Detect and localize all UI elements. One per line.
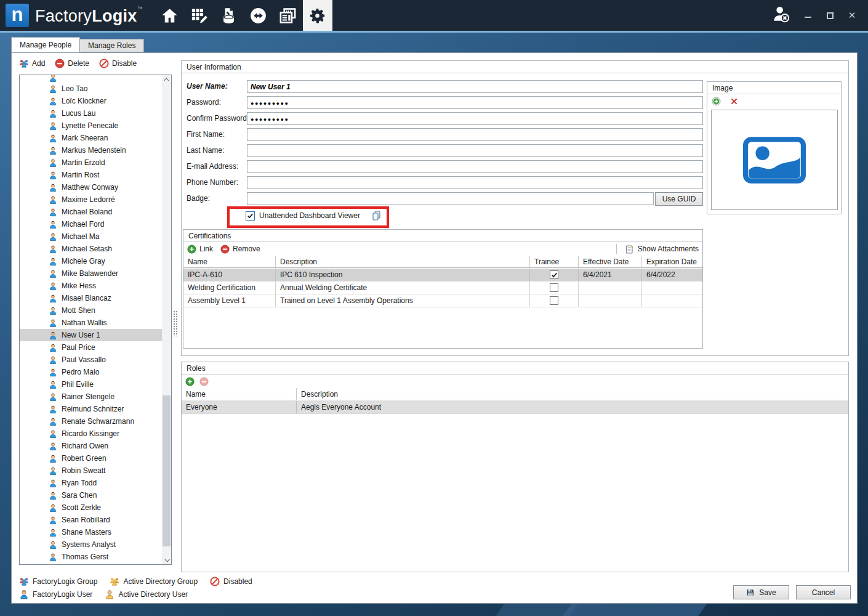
confirm-password-field[interactable]: ●●●●●●●●● (247, 112, 703, 125)
col-trainee[interactable]: Trainee (530, 256, 579, 267)
table-row[interactable]: IPC-A-610IPC 610 Inspection6/4/20216/4/2… (183, 269, 702, 282)
list-item[interactable]: Paul Price (20, 341, 163, 354)
col-name[interactable]: Name (183, 256, 276, 267)
scroll-up-arrow[interactable] (162, 75, 171, 84)
add-image-icon[interactable] (712, 97, 721, 106)
people-list: Leo TaoLoïc KlocknerLucus LauLynette Pen… (20, 75, 163, 565)
legend-active-directory-group: Active Directory Group (110, 577, 198, 586)
trainee-checkbox[interactable] (550, 296, 558, 305)
list-item[interactable]: Sara Chen (20, 489, 163, 501)
tab-manage-roles[interactable]: Manage Roles (80, 39, 144, 52)
last-name-field[interactable] (247, 144, 703, 157)
scroll-down-arrow[interactable] (162, 555, 171, 564)
list-item[interactable]: Sean Robillard (20, 514, 163, 526)
save-floppy-icon (746, 588, 754, 596)
link-certification-button[interactable]: Link (187, 245, 213, 254)
home-icon[interactable] (155, 0, 185, 31)
list-item[interactable]: Renate Schwarzmann (20, 415, 163, 428)
table-row[interactable]: Assembly Level 1Trained on Level 1 Assem… (183, 294, 702, 307)
table-row[interactable]: EveryoneAegis Everyone Account (182, 401, 848, 414)
remove-role-icon[interactable] (199, 377, 209, 386)
list-item[interactable]: Ricardo Kissinger (20, 428, 163, 440)
trainee-checkbox[interactable] (550, 270, 558, 279)
list-item[interactable]: Michael Ford (20, 218, 163, 230)
list-item[interactable]: Shane Masters (20, 526, 163, 538)
list-item[interactable]: Martin Erzold (20, 156, 163, 169)
list-item[interactable]: Mark Sheeran (20, 132, 163, 144)
list-item[interactable]: Martin Rost (20, 169, 163, 181)
list-item[interactable]: Misael Blancaz (20, 292, 163, 304)
user-name-field[interactable]: New User 1 (247, 80, 703, 93)
list-item[interactable]: Tim Jernagin (20, 563, 163, 565)
list-item[interactable]: Loïc Klockner (20, 95, 163, 107)
npi-grid-pencil-icon[interactable] (185, 0, 214, 31)
col-role-description[interactable]: Description (297, 388, 848, 400)
people-scrollbar[interactable] (162, 75, 171, 564)
trainee-checkbox[interactable] (550, 283, 558, 292)
list-item[interactable]: Markus Medenstein (20, 144, 163, 156)
person-icon (49, 158, 57, 168)
phone-number-field[interactable] (247, 176, 703, 189)
col-expiration-date[interactable]: Expiration Date (642, 256, 702, 267)
list-item[interactable]: Scott Zerkle (20, 501, 163, 514)
list-item[interactable]: Pedro Malo (20, 366, 163, 378)
list-item[interactable]: Mike Balawender (20, 267, 163, 280)
sync-circle-arrows-icon[interactable] (244, 0, 273, 31)
list-item[interactable]: Mott Shen (20, 304, 163, 317)
list-item[interactable]: Lynette Penecale (20, 120, 163, 132)
list-item[interactable]: Maxime Ledorré (20, 193, 163, 206)
list-item[interactable]: Lucus Lau (20, 107, 163, 120)
list-item[interactable]: Mike Hess (20, 280, 163, 292)
list-item[interactable]: Richard Owen (20, 440, 163, 452)
disable-person-button[interactable]: Disable (99, 59, 137, 68)
cancel-button[interactable]: Cancel (796, 585, 851, 599)
col-role-name[interactable]: Name (182, 388, 297, 400)
use-guid-button[interactable]: Use GUID (655, 192, 703, 206)
splitter-grip[interactable] (173, 310, 177, 336)
col-description[interactable]: Description (276, 256, 530, 267)
settings-gear-icon[interactable] (303, 0, 332, 31)
list-item[interactable]: Reimund Schnitzer (20, 403, 163, 415)
close-button[interactable]: ✕ (847, 10, 857, 20)
list-item[interactable]: Michael Boland (20, 206, 163, 218)
list-item[interactable]: Rainer Stengele (20, 391, 163, 403)
minimize-button[interactable] (803, 10, 813, 20)
list-item[interactable]: Michael Setash (20, 243, 163, 255)
remove-image-icon[interactable] (729, 97, 739, 106)
list-item[interactable]: Matthew Conway (20, 181, 163, 193)
list-item[interactable]: Robert Green (20, 452, 163, 464)
list-item[interactable]: Michael Ma (20, 230, 163, 243)
col-effective-date[interactable]: Effective Date (579, 256, 642, 267)
production-database-icon[interactable] (214, 0, 244, 31)
list-item[interactable]: Phil Eville (20, 378, 163, 391)
delete-person-button[interactable]: Delete (55, 59, 89, 68)
password-label: Password: (187, 98, 221, 107)
dashboards-windows-icon[interactable] (273, 0, 303, 31)
table-row[interactable]: Welding CertificationAnnual Welding Cert… (183, 282, 702, 294)
list-item[interactable]: Thomas Gerst (20, 551, 163, 563)
list-item[interactable]: New User 1 (20, 329, 163, 341)
list-item[interactable]: Ryan Todd (20, 477, 163, 489)
save-button[interactable]: Save (733, 585, 789, 599)
list-item[interactable]: Systems Analyst (20, 538, 163, 551)
list-item[interactable]: Leo Tao (20, 83, 163, 95)
email-address-field[interactable] (247, 160, 703, 173)
logout-user-icon[interactable] (771, 4, 790, 26)
show-attachments-button[interactable]: Show Attachments (638, 245, 699, 253)
add-person-button[interactable]: Add (19, 59, 45, 68)
maximize-button[interactable] (825, 10, 835, 20)
person-icon (49, 540, 57, 549)
tab-manage-people[interactable]: Manage People (11, 37, 80, 52)
add-role-icon[interactable] (185, 377, 195, 386)
unattended-dashboard-checkbox[interactable] (246, 211, 255, 221)
list-item[interactable]: Michele Gray (20, 255, 163, 267)
password-field[interactable]: ●●●●●●●●● (247, 96, 703, 109)
list-item[interactable]: Paul Vassallo (20, 354, 163, 366)
badge-field[interactable] (247, 192, 654, 205)
first-name-field[interactable] (247, 128, 703, 141)
list-item[interactable] (20, 75, 163, 83)
list-item[interactable]: Nathan Wallis (20, 317, 163, 329)
scroll-thumb[interactable] (163, 395, 171, 546)
list-item[interactable]: Robin Sweatt (20, 464, 163, 477)
remove-certification-button[interactable]: Remove (220, 245, 260, 254)
